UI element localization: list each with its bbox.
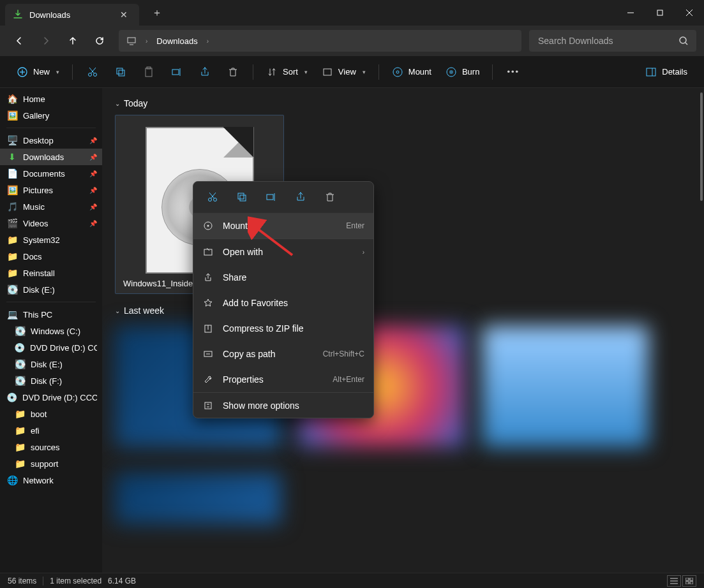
sidebar-item-docs[interactable]: 📁Docs bbox=[0, 248, 102, 265]
rename-button[interactable] bbox=[163, 62, 190, 82]
sidebar: 🏠Home 🖼️Gallery 🖥️Desktop📌 ⬇Downloads📌 📄… bbox=[0, 88, 102, 573]
tab-downloads[interactable]: Downloads ✕ bbox=[5, 4, 139, 26]
sidebar-item-videos[interactable]: 🎬Videos📌 bbox=[0, 215, 102, 232]
details-button[interactable]: Details bbox=[639, 62, 694, 82]
view-grid-button[interactable] bbox=[682, 575, 696, 587]
sidebar-item-diske2[interactable]: 💽Disk (E:) bbox=[0, 356, 102, 372]
sidebar-item-boot[interactable]: 📁boot bbox=[0, 406, 102, 422]
sidebar-item-documents[interactable]: 📄Documents📌 bbox=[0, 165, 102, 182]
separator bbox=[43, 577, 43, 585]
separator bbox=[6, 302, 96, 302]
sidebar-item-pictures[interactable]: 🖼️Pictures📌 bbox=[0, 182, 102, 198]
sidebar-item-windowsc[interactable]: 💽Windows (C:) bbox=[0, 323, 102, 339]
svg-point-29 bbox=[214, 198, 217, 202]
svg-rect-53 bbox=[690, 582, 693, 584]
ctx-share-button[interactable] bbox=[288, 187, 313, 207]
sidebar-item-dvdd-root[interactable]: 💿DVD Drive (D:) CCCOMA_X64FRE_EN-US_DV9 bbox=[0, 389, 102, 406]
path-icon bbox=[202, 349, 214, 359]
scrollbar[interactable] bbox=[700, 92, 703, 201]
sort-button[interactable]: Sort ▾ bbox=[260, 62, 314, 82]
svg-rect-43 bbox=[205, 402, 211, 409]
forward-button[interactable] bbox=[34, 29, 57, 52]
ctx-copyaspath[interactable]: Copy as path Ctrl+Shift+C bbox=[193, 341, 373, 367]
ctx-copyaspath-shortcut: Ctrl+Shift+C bbox=[323, 349, 364, 358]
drive-icon: 💽 bbox=[14, 359, 26, 369]
folder-icon: 📁 bbox=[6, 268, 18, 278]
home-icon: 🏠 bbox=[6, 94, 18, 104]
ctx-rename-button[interactable] bbox=[258, 187, 284, 207]
section-today[interactable]: ⌄ Today bbox=[115, 98, 691, 108]
separator bbox=[72, 64, 73, 80]
svg-rect-51 bbox=[690, 578, 693, 580]
ctx-compress[interactable]: Compress to ZIP file bbox=[193, 316, 373, 341]
sidebar-item-downloads[interactable]: ⬇Downloads📌 bbox=[0, 149, 102, 165]
view-button[interactable]: View ▾ bbox=[315, 62, 372, 82]
sidebar-item-dvdd[interactable]: 💿DVD Drive (D:) CCCOMA_X64FRE_EN-US_DV9 bbox=[0, 339, 102, 356]
new-tab-button[interactable]: ＋ bbox=[146, 3, 169, 24]
blurred-content-row bbox=[115, 473, 691, 524]
new-button[interactable]: New ▾ bbox=[10, 62, 66, 82]
pin-icon: 📌 bbox=[89, 220, 97, 227]
separator bbox=[492, 64, 493, 80]
ctx-showmore-label: Show more options bbox=[223, 401, 299, 411]
share-button[interactable] bbox=[191, 62, 218, 82]
folder-icon: 📁 bbox=[14, 409, 26, 419]
sidebar-item-efi[interactable]: 📁efi bbox=[0, 422, 102, 439]
delete-button[interactable] bbox=[220, 62, 246, 82]
openwith-icon bbox=[202, 247, 214, 257]
ctx-share[interactable]: Share bbox=[193, 265, 373, 290]
ctx-openwith[interactable]: Open with › bbox=[193, 239, 373, 265]
ctx-showmore[interactable]: Show more options bbox=[193, 392, 373, 418]
tab-close-btn[interactable]: ✕ bbox=[116, 8, 131, 21]
sidebar-item-home[interactable]: 🏠Home bbox=[0, 91, 102, 107]
svg-rect-38 bbox=[204, 249, 212, 255]
sidebar-item-system32[interactable]: 📁System32 bbox=[0, 232, 102, 248]
sidebar-item-thispc[interactable]: 💻This PC bbox=[0, 306, 102, 323]
cut-button[interactable] bbox=[79, 62, 106, 82]
address-bar[interactable]: › Downloads › bbox=[119, 30, 521, 52]
ctx-favorites[interactable]: Add to Favorites bbox=[193, 290, 373, 316]
sidebar-item-diskf[interactable]: 💽Disk (F:) bbox=[0, 372, 102, 389]
chevron-icon: › bbox=[146, 38, 147, 45]
maximize-button[interactable] bbox=[645, 0, 675, 26]
ctx-delete-button[interactable] bbox=[317, 187, 343, 207]
folder-icon: 📁 bbox=[14, 425, 26, 436]
view-list-button[interactable] bbox=[667, 575, 681, 587]
ctx-cut-button[interactable] bbox=[200, 187, 225, 207]
copy-button[interactable] bbox=[107, 62, 134, 82]
chevron-down-icon: ▾ bbox=[56, 69, 59, 75]
more-button[interactable]: ••• bbox=[499, 63, 527, 80]
search-bar[interactable] bbox=[529, 30, 696, 52]
sidebar-item-desktop[interactable]: 🖥️Desktop📌 bbox=[0, 132, 102, 149]
burn-button[interactable]: Burn bbox=[439, 62, 486, 82]
minimize-button[interactable] bbox=[616, 0, 645, 26]
paste-button[interactable] bbox=[135, 62, 162, 82]
breadcrumb-downloads[interactable]: Downloads bbox=[156, 36, 197, 46]
sidebar-item-gallery[interactable]: 🖼️Gallery bbox=[0, 107, 102, 124]
mount-button[interactable]: Mount bbox=[386, 62, 438, 82]
sidebar-item-diske[interactable]: 💽Disk (E:) bbox=[0, 281, 102, 298]
ctx-properties[interactable]: Properties Alt+Enter bbox=[193, 367, 373, 392]
ctx-mount[interactable]: Mount Enter bbox=[193, 213, 373, 239]
trash-icon bbox=[227, 66, 239, 78]
sidebar-item-sources[interactable]: 📁sources bbox=[0, 439, 102, 455]
back-button[interactable] bbox=[8, 29, 31, 52]
drive-icon: 💽 bbox=[14, 376, 26, 386]
status-size: 6.14 GB bbox=[108, 577, 136, 585]
sidebar-item-support[interactable]: 📁support bbox=[0, 455, 102, 472]
drive-icon: 💽 bbox=[6, 284, 18, 295]
svg-rect-32 bbox=[238, 193, 244, 199]
svg-rect-19 bbox=[172, 70, 179, 75]
drive-icon: 💽 bbox=[14, 326, 26, 336]
music-icon: 🎵 bbox=[6, 202, 18, 212]
ctx-copy-button[interactable] bbox=[229, 187, 255, 207]
refresh-button[interactable] bbox=[88, 29, 111, 52]
chevron-down-icon: ⌄ bbox=[115, 100, 120, 107]
sidebar-item-music[interactable]: 🎵Music📌 bbox=[0, 198, 102, 215]
dvd-icon: 💿 bbox=[6, 392, 17, 402]
up-button[interactable] bbox=[61, 29, 84, 52]
sidebar-item-network[interactable]: 🌐Network bbox=[0, 472, 102, 489]
search-input[interactable] bbox=[537, 35, 675, 47]
sidebar-item-reinstall[interactable]: 📁Reinstall bbox=[0, 265, 102, 281]
close-button[interactable] bbox=[675, 0, 704, 26]
